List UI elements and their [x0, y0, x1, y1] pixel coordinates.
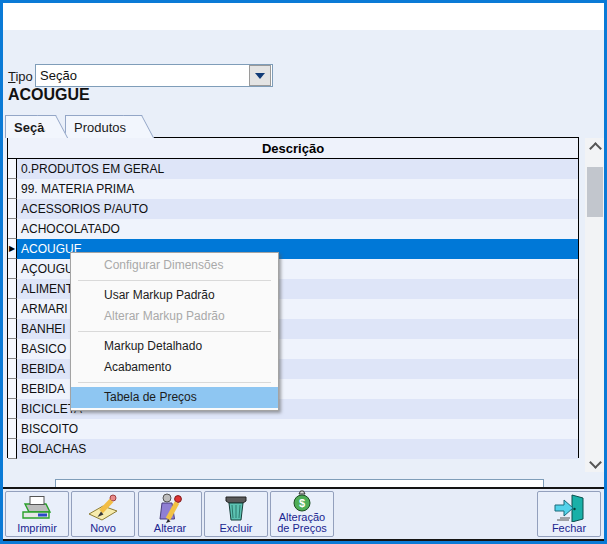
delete-button[interactable]: Excluir [204, 491, 268, 537]
chevron-down-icon [255, 73, 265, 79]
exit-door-icon [551, 492, 587, 523]
tab-secao[interactable]: Seção [5, 115, 53, 138]
type-label: Tipo [8, 69, 33, 84]
bottom-toolbar: Imprimir Novo [3, 487, 604, 541]
menu-item-tabela-de-precos[interactable]: Tabela de Preços [71, 387, 278, 408]
vertical-scrollbar[interactable] [585, 138, 605, 472]
money-bag-icon: $ [291, 490, 313, 512]
menu-item-usar-markup-padrao[interactable]: Usar Markup Padrão [71, 285, 278, 306]
table-row[interactable]: 0.PRODUTOS EM GERAL [8, 159, 578, 179]
tab-produtos[interactable]: Produtos [65, 115, 139, 138]
chevron-up-icon [589, 142, 602, 155]
menu-item-acabamento[interactable]: Acabamento [71, 357, 278, 378]
app-window: Tipo Seção ACOUGUE Seção Produtos Descri… [0, 0, 607, 544]
row-description: ACHOCOLATADO [17, 222, 578, 236]
chevron-down-icon [589, 456, 602, 469]
table-row[interactable]: BOLACHAS [8, 439, 578, 459]
svg-text:$: $ [299, 497, 305, 509]
close-button[interactable]: Fechar [537, 491, 601, 537]
row-description: BISCOITO [17, 422, 578, 436]
page-title: ACOUGUE [8, 86, 90, 104]
combobox-dropdown-button[interactable] [249, 65, 271, 86]
menu-item-alterar-markup-padrao: Alterar Markup Padrão [71, 306, 278, 327]
new-button[interactable]: Novo [71, 491, 135, 537]
row-description: 99. MATERIA PRIMA [17, 182, 578, 196]
table-row[interactable]: ACESSORIOS P/AUTO [8, 199, 578, 219]
edit-button[interactable]: Alterar [138, 491, 202, 537]
type-combobox[interactable]: Seção [35, 64, 273, 87]
selected-row-marker-icon: ▶ [8, 239, 17, 259]
trash-icon [220, 492, 252, 523]
menu-separator [78, 280, 271, 281]
row-description: ACESSORIOS P/AUTO [17, 202, 578, 216]
edit-person-icon [153, 492, 187, 523]
context-menu: Configurar Dimensões Usar Markup Padrão … [70, 252, 279, 411]
new-document-icon [86, 492, 120, 523]
price-change-button[interactable]: $ Alteração de Preços [270, 491, 334, 537]
table-row[interactable]: ACHOCOLATADO [8, 219, 578, 239]
menu-item-configurar-dimensoes: Configurar Dimensões [71, 255, 278, 276]
table-row[interactable]: 99. MATERIA PRIMA [8, 179, 578, 199]
row-description: BOLACHAS [17, 442, 578, 456]
menu-separator [78, 331, 271, 332]
scrollbar-thumb[interactable] [587, 167, 603, 217]
row-description: 0.PRODUTOS EM GERAL [17, 162, 578, 176]
menu-item-markup-detalhado[interactable]: Markup Detalhado [71, 336, 278, 357]
table-row[interactable]: BISCOITO [8, 419, 578, 439]
column-header-descricao[interactable]: Descrição [8, 138, 578, 159]
menu-separator [78, 382, 271, 383]
scroll-down-button[interactable] [585, 455, 605, 472]
print-button[interactable]: Imprimir [5, 491, 69, 537]
printer-icon [20, 492, 54, 523]
type-combobox-value: Seção [36, 68, 248, 83]
scroll-up-button[interactable] [585, 138, 605, 155]
main-panel: Tipo Seção ACOUGUE Seção Produtos Descri… [3, 30, 604, 487]
title-strip [3, 3, 604, 30]
